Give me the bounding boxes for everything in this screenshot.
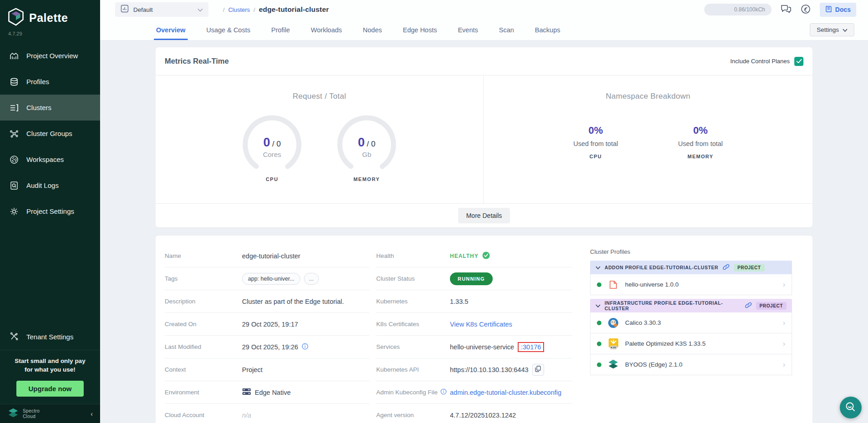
pack-name: Palette Optimized K3S 1.33.5 [625, 340, 706, 347]
tag-more-pill[interactable]: ... [304, 273, 318, 285]
cluster-profiles-panel: Cluster Profiles ADDON PROFILE EDGE-TUTO… [590, 245, 803, 423]
sidebar-item-label: Clusters [26, 104, 51, 111]
tab-overview[interactable]: Overview [146, 26, 196, 40]
created-on-value: 29 Oct 2025, 19:17 [242, 321, 298, 328]
request-total-panel: Request / Total 0 / 0 [156, 76, 484, 203]
cluster-tabs: Overview Usage & Costs Profile Workloads… [100, 19, 868, 40]
details-column-middle: Health HEALTHY Cluster Status RUNNING [376, 245, 572, 423]
spectro-cloud-logo-icon [7, 407, 19, 421]
sidebar-item-cluster-groups[interactable]: Cluster Groups [0, 121, 100, 146]
tab-edge-hosts[interactable]: Edge Hosts [392, 26, 447, 40]
sidebar-item-project-settings[interactable]: Project Settings [0, 198, 100, 224]
cluster-profiles-title: Cluster Profiles [590, 248, 792, 255]
sidebar-item-project-overview[interactable]: Project Overview [0, 43, 100, 69]
sidebar-item-label: Workspaces [26, 156, 64, 163]
whats-new-button[interactable] [801, 4, 811, 15]
tab-nodes[interactable]: Nodes [353, 26, 393, 40]
pack-row-calico[interactable]: Calico 3.30.3 › [590, 312, 792, 333]
memory-used-percent: 0% [678, 125, 723, 136]
chevron-right-icon: › [783, 361, 785, 369]
collapse-sidebar-icon[interactable]: ‹ [91, 410, 93, 418]
context-value: Project [242, 366, 262, 373]
pack-row-hello-universe[interactable]: hello-universe 1.0.0 › [590, 274, 792, 295]
tab-backups[interactable]: Backups [525, 26, 571, 40]
tab-scan[interactable]: Scan [489, 26, 525, 40]
pack-status-dot [597, 363, 601, 367]
chevron-down-icon [595, 265, 601, 270]
tab-workloads[interactable]: Workloads [300, 26, 352, 40]
sidebar-nav: Project Overview Profiles Clusters [0, 43, 100, 224]
description-value: Cluster as part of the Edge tutorial. [242, 298, 344, 305]
chevron-right-icon: › [783, 281, 785, 289]
detail-row-kubeconfig: Admin Kubeconfig File admin.edge-tutoria… [376, 381, 572, 404]
sidebar-item-label: Audit Logs [26, 181, 59, 189]
sidebar-item-profiles[interactable]: Profiles [0, 69, 100, 95]
healthy-check-icon [482, 252, 490, 261]
breadcrumb-clusters-link[interactable]: Clusters [228, 6, 250, 13]
service-port-link[interactable]: :30176 [521, 343, 541, 351]
credits-usage-pill[interactable]: 0.86/100kCh [704, 4, 772, 15]
settings-button[interactable]: Settings [810, 23, 854, 36]
memory-gauge: 0 / 0 Gb MEMORY [335, 113, 399, 182]
chevron-right-icon: › [783, 319, 785, 327]
include-control-planes-checkbox[interactable] [794, 57, 803, 66]
calico-pack-icon [607, 317, 619, 329]
infra-profile-header[interactable]: INFRASTRUCTURE PROFILE EDGE-TUTORIAL-CLU… [590, 299, 792, 312]
sidebar-item-label: Project Overview [26, 52, 78, 60]
project-chart-icon [121, 5, 129, 15]
sidebar-item-workspaces[interactable]: Workspaces [0, 146, 100, 172]
tools-icon [9, 332, 19, 342]
copy-icon [535, 366, 541, 373]
view-k8s-certificates-link[interactable]: View K8s Certificates [450, 321, 512, 328]
chat-messages-button[interactable] [781, 5, 792, 15]
info-icon[interactable] [440, 388, 447, 396]
help-chat-widget-button[interactable] [840, 397, 862, 418]
project-selector[interactable]: Default [115, 2, 208, 17]
breadcrumb-separator: / [223, 6, 225, 13]
tab-usage-costs[interactable]: Usage & Costs [196, 26, 261, 40]
upgrade-now-button[interactable]: Upgrade now [16, 381, 83, 397]
info-icon[interactable] [302, 343, 308, 351]
sidebar: Palette 4.7.29 Project Overview Profiles [0, 0, 100, 423]
detail-row-cloud-account: Cloud Account n/a [165, 404, 369, 423]
detail-row-agent-version: Agent version 4.7.12/20251023.1242 [376, 404, 572, 423]
addon-profile-header[interactable]: ADDON PROFILE EDGE-TUTORIAL-CLUSTER PROJ… [590, 261, 792, 274]
link-icon [722, 263, 730, 272]
agent-version-value: 4.7.12/20251023.1242 [450, 412, 516, 419]
sidebar-item-clusters[interactable]: Clusters [0, 95, 100, 121]
promo-text-line2: for what you use! [5, 365, 96, 374]
memory-request-value: 0 [358, 136, 365, 149]
infra-profile-title: INFRASTRUCTURE PROFILE EDGE-TUTORIAL-CLU… [605, 300, 741, 311]
chat-bubbles-icon [781, 5, 792, 15]
project-scope-badge: PROJECT [756, 302, 787, 310]
cloud-account-value: n/a [242, 412, 251, 419]
namespace-breakdown-title: Namespace Breakdown [484, 92, 812, 101]
pack-row-byoos[interactable]: BYOOS (Edge) 2.1.0 › [590, 354, 792, 375]
kubeconfig-download-link[interactable]: admin.edge-tutorial-cluster.kubeconfig [450, 389, 561, 396]
tag-pill[interactable]: app: hello-univer... [242, 273, 300, 285]
palette-logo[interactable]: Palette [0, 0, 100, 29]
environment-value: Edge Native [255, 389, 291, 396]
tab-profile[interactable]: Profile [261, 26, 300, 40]
audit-log-icon [9, 181, 19, 191]
tab-events[interactable]: Events [447, 26, 488, 40]
namespace-breakdown-panel: Namespace Breakdown 0% Used from total C… [484, 76, 812, 203]
include-control-planes-label: Include Control Planes [730, 58, 790, 65]
clusters-icon [9, 103, 19, 113]
memory-unit: Gb [335, 151, 399, 158]
more-details-button[interactable]: More Details [458, 208, 510, 223]
book-icon [825, 5, 832, 14]
detail-row-context: Context Project [165, 358, 369, 381]
last-modified-value: 29 Oct 2025, 19:26 [242, 343, 298, 351]
include-control-planes: Include Control Planes [730, 57, 803, 66]
docs-button[interactable]: Docs [820, 3, 856, 17]
cluster-details-card: Name edge-tutorial-cluster Tags app: hel… [156, 236, 812, 423]
sidebar-item-audit-logs[interactable]: Audit Logs [0, 172, 100, 198]
copy-button[interactable] [532, 364, 544, 376]
pack-row-k3s[interactable]: K3S Palette Optimized K3S 1.33.5 › [590, 333, 792, 354]
layers-icon [9, 77, 19, 87]
sidebar-item-tenant-settings[interactable]: Tenant Settings [0, 324, 100, 350]
project-scope-badge: PROJECT [734, 264, 764, 272]
detail-row-services: Services hello-universe-service :30176 [376, 336, 572, 358]
cpu-request-value: 0 [263, 136, 270, 149]
